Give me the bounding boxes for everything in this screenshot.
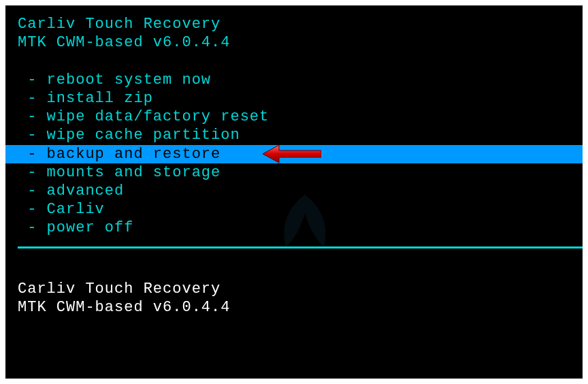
footer-version: MTK CWM-based v6.0.4.4 — [5, 300, 583, 315]
recovery-title: Carliv Touch Recovery — [5, 16, 583, 32]
menu-item-reboot-system-now[interactable]: - reboot system now — [5, 71, 583, 89]
selection-arrow-icon — [263, 145, 321, 163]
menu-item-power-off[interactable]: - power off — [5, 219, 583, 237]
menu-item-wipe-cache-partition[interactable]: - wipe cache partition — [5, 126, 583, 144]
recovery-version: MTK CWM-based v6.0.4.4 — [5, 35, 583, 50]
menu-item-wipe-data-factory-reset[interactable]: - wipe data/factory reset — [5, 108, 583, 126]
recovery-screen: Carliv Touch Recovery MTK CWM-based v6.0… — [5, 5, 583, 379]
window-frame: Carliv Touch Recovery MTK CWM-based v6.0… — [0, 0, 588, 384]
spacer — [5, 249, 583, 281]
menu-item-carliv[interactable]: - Carliv — [5, 200, 583, 219]
menu-item-install-zip[interactable]: - install zip — [5, 89, 583, 108]
menu-item-backup-and-restore[interactable]: - backup and restore — [5, 145, 583, 163]
menu-item-mounts-and-storage[interactable]: - mounts and storage — [5, 163, 583, 182]
spacer — [5, 53, 583, 69]
footer-title: Carliv Touch Recovery — [5, 281, 583, 297]
menu-item-advanced[interactable]: - advanced — [5, 182, 583, 200]
main-menu: - reboot system now - install zip - wipe… — [5, 71, 583, 237]
